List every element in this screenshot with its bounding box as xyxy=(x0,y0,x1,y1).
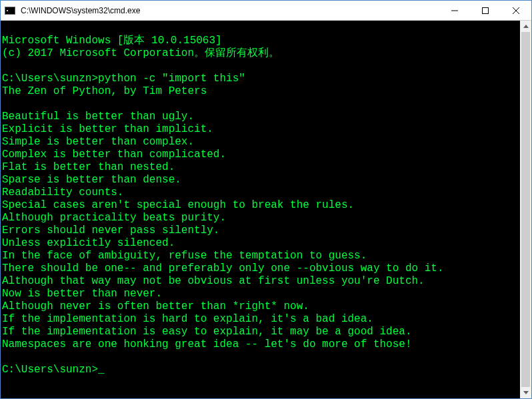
zen-line: Readability counts. xyxy=(2,187,123,199)
vertical-scrollbar[interactable] xyxy=(520,21,531,398)
banner-line: Microsoft Windows [版本 10.0.15063] xyxy=(2,35,222,47)
zen-line: If the implementation is easy to explain… xyxy=(2,326,412,338)
window-title: C:\WINDOWS\system32\cmd.exe xyxy=(19,1,439,20)
zen-line: Beautiful is better than ugly. xyxy=(2,111,194,123)
zen-line: Explicit is better than implicit. xyxy=(2,123,213,135)
svg-marker-4 xyxy=(523,25,529,28)
zen-line: Although that way may not be obvious at … xyxy=(2,275,425,287)
svg-rect-1 xyxy=(483,7,489,13)
window-controls xyxy=(439,1,531,20)
scroll-down-button[interactable] xyxy=(520,387,531,398)
client-area: Microsoft Windows [版本 10.0.15063] (c) 20… xyxy=(1,21,531,398)
titlebar[interactable]: C:\WINDOWS\system32\cmd.exe xyxy=(1,1,531,21)
zen-line: In the face of ambiguity, refuse the tem… xyxy=(2,250,367,262)
zen-line: Simple is better than complex. xyxy=(2,136,194,148)
zen-line: Errors should never pass silently. xyxy=(2,224,219,236)
cmd-icon xyxy=(5,7,15,15)
scroll-up-button[interactable] xyxy=(520,21,531,32)
svg-marker-5 xyxy=(523,391,529,394)
zen-line: Although never is often better than *rig… xyxy=(2,300,309,312)
terminal-output[interactable]: Microsoft Windows [版本 10.0.15063] (c) 20… xyxy=(1,21,520,398)
prompt-path: C:\Users\sunzn> xyxy=(2,73,98,85)
zen-line: Unless explicitly silenced. xyxy=(2,237,175,249)
zen-line: Although practicality beats purity. xyxy=(2,212,226,224)
zen-line: If the implementation is hard to explain… xyxy=(2,313,373,325)
zen-line: Complex is better than complicated. xyxy=(2,149,226,161)
close-button[interactable] xyxy=(501,1,531,20)
scroll-thumb[interactable] xyxy=(521,32,530,387)
zen-line: Sparse is better than dense. xyxy=(2,174,181,186)
prompt-path: C:\Users\sunzn> xyxy=(2,364,98,376)
maximize-button[interactable] xyxy=(470,1,501,20)
zen-line: Flat is better than nested. xyxy=(2,161,175,173)
scroll-track[interactable] xyxy=(520,32,531,387)
minimize-button[interactable] xyxy=(439,1,470,20)
zen-line: Namespaces are one honking great idea --… xyxy=(2,338,412,350)
zen-title: The Zen of Python, by Tim Peters xyxy=(2,85,207,97)
zen-line: Special cases aren't special enough to b… xyxy=(2,199,354,211)
cursor: _ xyxy=(98,364,105,376)
app-icon xyxy=(1,1,19,20)
zen-line: There should be one-- and preferably onl… xyxy=(2,262,444,274)
command-text: python -c "import this" xyxy=(98,73,245,85)
cmd-window: C:\WINDOWS\system32\cmd.exe Microsoft Wi… xyxy=(0,0,532,399)
copyright-line: (c) 2017 Microsoft Corporation。保留所有权利。 xyxy=(2,47,279,59)
zen-line: Now is better than never. xyxy=(2,288,162,300)
